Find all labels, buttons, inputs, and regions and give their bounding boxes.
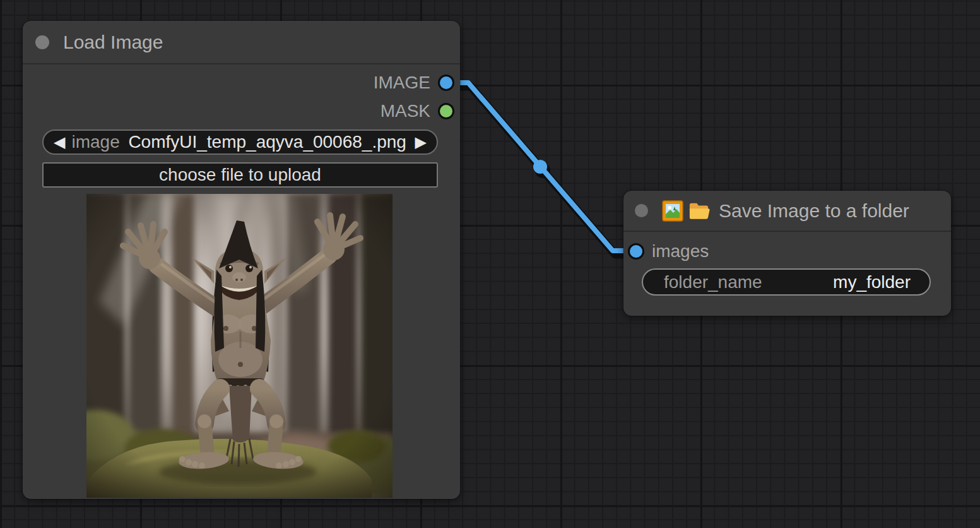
combo-name: image	[71, 132, 119, 152]
troll-forest-illustration	[86, 194, 393, 498]
output-label-mask: MASK	[381, 101, 430, 121]
image-combo-widget[interactable]: ◀ image ComfyUI_temp_aqyva_00068_.png ▶	[42, 129, 438, 155]
node-title: Save Image to a folder	[719, 200, 909, 222]
node-save-titlebar: Save Image to a folder	[623, 191, 951, 232]
output-port-image[interactable]	[438, 75, 454, 91]
combo-value[interactable]: ComfyUI_temp_aqyva_00068_.png	[126, 132, 409, 152]
choose-file-button[interactable]: choose file to upload	[42, 162, 438, 188]
collapse-dot-icon[interactable]	[35, 35, 49, 49]
link-midpoint-dot[interactable]	[533, 160, 547, 174]
collapse-dot-icon[interactable]	[635, 204, 648, 217]
combo-next-icon[interactable]: ▶	[415, 135, 427, 150]
node-load-image-titlebar: Load Image	[23, 21, 460, 64]
framed-picture-icon	[662, 200, 683, 222]
folder-name-label: folder_name	[664, 272, 762, 292]
node-load-image[interactable]: Load Image IMAGE MASK ◀ image ComfyUI_te…	[23, 21, 460, 499]
folder-name-value[interactable]: my_folder	[762, 272, 911, 292]
output-row-image: IMAGE	[374, 73, 460, 92]
input-port-images[interactable]	[628, 243, 644, 260]
output-label-image: IMAGE	[374, 73, 430, 93]
output-port-mask[interactable]	[438, 103, 454, 119]
input-row-images: images	[623, 242, 709, 261]
choose-file-button-label: choose file to upload	[159, 165, 321, 185]
output-row-mask: MASK	[381, 102, 460, 121]
node-save-image-to-folder[interactable]: Save Image to a folder images folder_nam…	[623, 191, 951, 316]
open-folder-icon	[688, 200, 710, 222]
combo-prev-icon[interactable]: ◀	[54, 135, 65, 150]
node-title: Load Image	[63, 32, 163, 53]
input-label-images: images	[652, 241, 709, 261]
node-graph-canvas[interactable]: Load Image IMAGE MASK ◀ image ComfyUI_te…	[0, 0, 980, 528]
folder-name-widget[interactable]: folder_name my_folder	[642, 268, 931, 296]
image-preview	[86, 194, 393, 498]
